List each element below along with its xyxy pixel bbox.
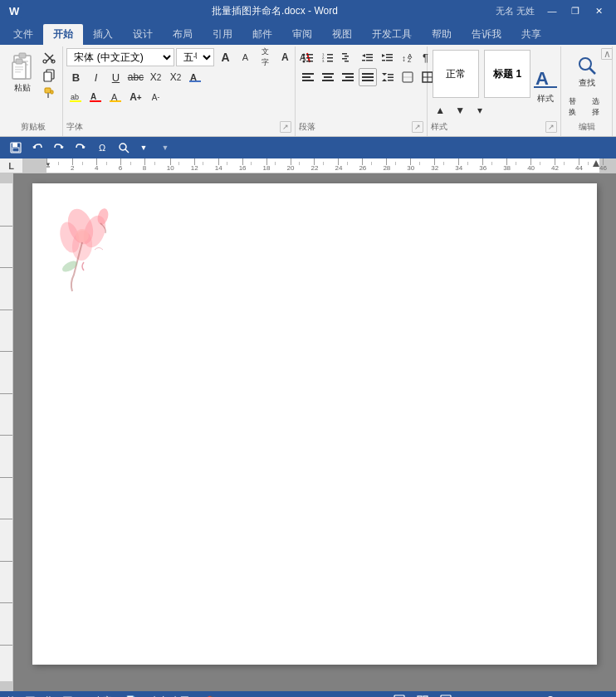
horizontal-ruler[interactable]: 2468101214161820222426283032343638404244… xyxy=(23,158,616,173)
svg-marker-52 xyxy=(382,54,385,57)
tab-layout[interactable]: 布局 xyxy=(163,24,203,45)
line-spacing-button[interactable] xyxy=(379,68,397,86)
tab-design[interactable]: 设计 xyxy=(123,24,163,45)
copy-icon xyxy=(42,69,56,82)
restore-button[interactable]: ❐ xyxy=(565,0,586,22)
more-qa-button[interactable]: ▼ xyxy=(156,139,174,157)
svg-rect-63 xyxy=(302,80,314,81)
align-center-button[interactable] xyxy=(319,68,337,86)
align-right-icon xyxy=(342,71,354,83)
styles-scroll-up[interactable]: ▲ xyxy=(431,101,449,119)
language[interactable]: 中文(中国) xyxy=(150,695,193,698)
bullets-button[interactable] xyxy=(299,48,317,66)
subscript-button[interactable]: X2 xyxy=(146,68,164,86)
tab-share[interactable]: 共享 xyxy=(511,24,551,45)
replace-button[interactable]: 替换 xyxy=(565,98,585,116)
select-button[interactable]: 选择 xyxy=(588,98,609,116)
para-group-expand[interactable]: ↗ xyxy=(412,121,423,133)
minimize-button[interactable]: — xyxy=(541,0,563,22)
tab-view[interactable]: 视图 xyxy=(322,24,362,45)
collapse-ribbon-button[interactable]: ∧ xyxy=(599,48,613,60)
styles-large-button[interactable]: A 样式 xyxy=(534,60,557,108)
font-name-selector[interactable]: 宋体 (中文正文) xyxy=(66,48,174,66)
ruler-corner[interactable]: L xyxy=(0,158,23,173)
tab-tellme[interactable]: 告诉我 xyxy=(462,24,511,45)
italic-button[interactable]: I xyxy=(86,68,105,86)
close-button[interactable]: ✕ xyxy=(588,0,609,22)
tab-help[interactable]: 帮助 xyxy=(422,24,462,45)
styles-group-expand[interactable]: ↗ xyxy=(545,121,557,133)
strikethrough-button[interactable]: abc xyxy=(126,68,144,86)
svg-rect-28 xyxy=(90,100,101,102)
tab-review[interactable]: 审阅 xyxy=(282,24,322,45)
copy-button[interactable] xyxy=(39,67,59,84)
title-bar: W 批量插图并命名.docx - Word 无名 无姓 — ❐ ✕ xyxy=(0,0,616,22)
undo-qa-button[interactable] xyxy=(28,139,46,157)
font-size-selector[interactable]: 五号 初号 小初 一号 小一 二号 小二 三号 小三 四号 小四 五号 xyxy=(176,48,214,66)
clipboard-group: 粘贴 xyxy=(3,46,63,136)
font-shrink-button[interactable]: A xyxy=(236,48,254,66)
styles-gallery[interactable]: 正常 标题 1 ▲ ▼ ▾ xyxy=(431,48,532,119)
sort-button[interactable]: ↕ A Z xyxy=(398,48,417,66)
paste-icon xyxy=(9,52,36,82)
underline-button[interactable]: U xyxy=(106,68,125,86)
print-layout-view[interactable] xyxy=(391,693,408,697)
text-effects-button[interactable]: A xyxy=(186,68,204,86)
styles-expand[interactable]: ▾ xyxy=(471,101,489,119)
font-color-dropdown[interactable]: A xyxy=(86,88,105,106)
font-grow-button[interactable]: A xyxy=(216,48,234,66)
decrease-indent-button[interactable] xyxy=(359,48,377,66)
paste-button[interactable]: 粘贴 xyxy=(7,48,37,98)
paragraph-group: 1. 2. 3. xyxy=(296,46,428,136)
highlight-color-button[interactable]: ab xyxy=(66,88,85,106)
zoom-out-button[interactable]: − xyxy=(461,693,477,697)
save-qa-button[interactable] xyxy=(7,139,25,157)
align-left-button[interactable] xyxy=(299,68,317,86)
tab-mailings[interactable]: 邮件 xyxy=(242,24,282,45)
tab-insert[interactable]: 插入 xyxy=(83,24,123,45)
status-right: − + 100% xyxy=(391,693,609,697)
ribbon-tabs-row: 文件 开始 插入 设计 布局 引用 邮件 审阅 视图 开发工具 帮助 告诉我 共… xyxy=(0,22,616,45)
special-char-button[interactable]: Ω xyxy=(93,139,111,157)
read-view[interactable] xyxy=(414,693,431,697)
page-info[interactable]: 第 1 页，共 1 页 xyxy=(7,695,72,698)
document-page[interactable] xyxy=(32,183,597,665)
svg-rect-67 xyxy=(342,73,354,75)
svg-marker-47 xyxy=(362,54,365,57)
style-normal[interactable]: 正常 xyxy=(433,50,479,98)
redo-qa-button[interactable] xyxy=(50,139,68,157)
multilevel-list-button[interactable] xyxy=(339,48,357,66)
font-color-a-button[interactable]: A xyxy=(106,88,125,106)
align-right-button[interactable] xyxy=(339,68,357,86)
tab-developer[interactable]: 开发工具 xyxy=(362,24,422,45)
document-area[interactable] xyxy=(13,173,616,691)
customize-qa-button[interactable]: ▼ xyxy=(134,139,153,157)
font-size-up-button[interactable]: A+ xyxy=(126,88,144,106)
word-count[interactable]: 0 个字 xyxy=(86,695,111,698)
tab-references[interactable]: 引用 xyxy=(203,24,242,45)
font-size-down-button[interactable]: A- xyxy=(146,88,164,106)
bullets-icon xyxy=(302,51,314,63)
svg-point-104 xyxy=(76,229,89,242)
font-group-expand[interactable]: ↗ xyxy=(280,121,291,133)
svg-rect-46 xyxy=(345,61,349,62)
zoom-in-button[interactable]: + xyxy=(557,693,574,697)
increase-indent-button[interactable] xyxy=(379,48,397,66)
tab-file[interactable]: 文件 xyxy=(3,24,43,45)
format-painter-button[interactable] xyxy=(39,85,59,101)
tab-home[interactable]: 开始 xyxy=(43,24,83,45)
cut-button[interactable] xyxy=(39,50,59,66)
styles-scroll-down[interactable]: ▼ xyxy=(451,101,469,119)
style-heading1[interactable]: 标题 1 xyxy=(484,50,530,98)
superscript-button[interactable]: X2 xyxy=(166,68,184,86)
redo2-qa-button[interactable] xyxy=(71,139,90,157)
numbering-button[interactable]: 1. 2. 3. xyxy=(319,48,337,66)
undo-icon xyxy=(32,142,43,154)
font-options-button[interactable]: 文字 xyxy=(256,48,274,66)
shading-button[interactable] xyxy=(398,68,417,86)
justify-button[interactable] xyxy=(359,68,377,86)
web-layout-view[interactable] xyxy=(438,693,454,697)
magnify-button[interactable] xyxy=(115,139,133,157)
bold-button[interactable]: B xyxy=(66,68,85,86)
font-case-button[interactable]: A xyxy=(276,48,294,66)
